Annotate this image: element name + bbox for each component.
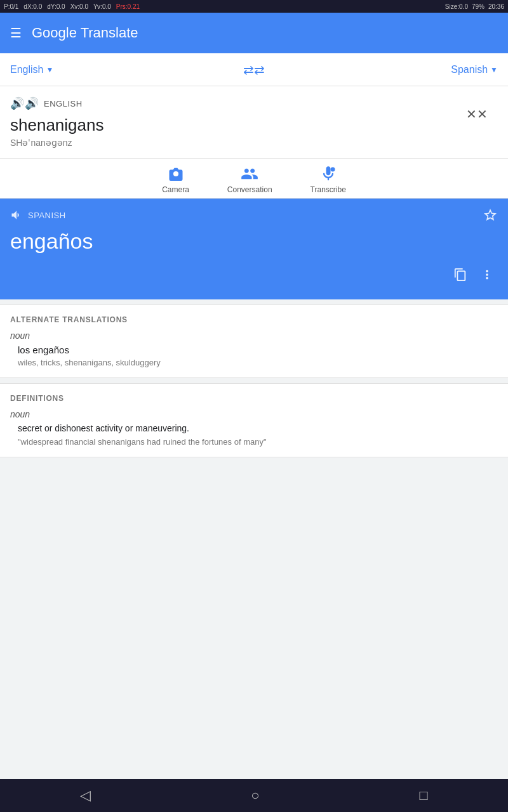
conversation-label: Conversation: [227, 185, 272, 194]
transcribe-button[interactable]: Transcribe: [311, 165, 346, 194]
bottom-nav: ◁ ○ □: [0, 779, 508, 812]
status-dx: dX:0.0: [23, 3, 42, 10]
more-options-button[interactable]: [476, 264, 498, 289]
app-title: Google Translate: [32, 25, 138, 41]
definition-example: "widespread financial shenanigans had ru…: [18, 437, 498, 447]
toolbar: Camera Conversation Transcribe: [0, 159, 508, 199]
status-time: 20:36: [488, 3, 504, 10]
lang-bar: English ▼ ⇄ Spanish ▼: [0, 53, 508, 86]
app-bar: Google Translate: [0, 13, 508, 53]
alt-translation-main: los engaños: [18, 344, 498, 355]
source-lang-label: English: [10, 64, 43, 75]
copy-icon: [453, 268, 467, 282]
clear-input-button[interactable]: ✕: [466, 107, 488, 122]
definitions-section: DEFINITIONS noun secret or dishonest act…: [0, 383, 508, 457]
alternate-translations-title: ALTERNATE TRANSLATIONS: [10, 315, 498, 324]
input-phonetic: SHəˈnanəɡənz: [10, 138, 498, 148]
back-button[interactable]: ◁: [65, 782, 106, 809]
input-sound-icon[interactable]: 🔊: [10, 96, 39, 110]
status-p: P:0/1: [4, 3, 18, 10]
status-battery: 79%: [472, 3, 485, 10]
recent-apps-button[interactable]: □: [404, 782, 443, 809]
alternate-translations-section: ALTERNATE TRANSLATIONS noun los engaños …: [0, 304, 508, 378]
app-title-google: Google: [32, 25, 77, 41]
star-icon: [483, 207, 498, 223]
camera-icon: [167, 165, 185, 183]
transcribe-icon: [319, 165, 337, 183]
alt-main-text: los engaños: [18, 344, 69, 355]
definitions-title: DEFINITIONS: [10, 394, 498, 403]
input-area: 🔊 ENGLISH shenanigans SHəˈnanəɡənz ✕: [0, 86, 508, 159]
alt-translation-alts: wiles, tricks, shenanigans, skulduggery: [18, 358, 498, 367]
translation-area: SPANISH engaños: [0, 199, 508, 299]
app-title-translate: Translate: [77, 25, 138, 41]
input-lang-label: 🔊 ENGLISH: [10, 96, 498, 110]
target-lang-label: Spanish: [451, 64, 488, 75]
conversation-icon: [241, 165, 258, 183]
translation-lang-label: SPANISH: [10, 209, 498, 221]
conversation-button[interactable]: Conversation: [227, 165, 272, 194]
home-button[interactable]: ○: [236, 782, 274, 809]
def-noun-label: noun: [10, 409, 498, 419]
source-lang-button[interactable]: English ▼: [10, 64, 233, 75]
input-wrapper: 🔊 ENGLISH shenanigans SHəˈnanəɡənz ✕: [10, 96, 498, 148]
camera-label: Camera: [162, 185, 189, 194]
input-text[interactable]: shenanigans: [10, 115, 498, 135]
status-xv: Xv:0.0: [70, 3, 88, 10]
status-size: Size:0.0: [445, 3, 468, 10]
swap-languages-button[interactable]: ⇄: [233, 62, 275, 77]
status-yv: Yv:0.0: [93, 3, 111, 10]
camera-button[interactable]: Camera: [162, 165, 189, 194]
translation-lang-text: SPANISH: [28, 211, 66, 220]
status-dy: dY:0.0: [47, 3, 65, 10]
menu-button[interactable]: [10, 25, 22, 41]
more-icon: [480, 268, 494, 282]
status-bar-right: Size:0.0 79% 20:36: [445, 3, 504, 10]
translation-text: engaños: [10, 229, 498, 254]
target-lang-button[interactable]: Spanish ▼: [275, 64, 498, 75]
status-bar: P:0/1 dX:0.0 dY:0.0 Xv:0.0 Yv:0.0 Prs:0.…: [0, 0, 508, 13]
translation-actions: [10, 264, 498, 289]
target-lang-chevron-icon: ▼: [490, 65, 498, 74]
svg-point-0: [330, 167, 335, 172]
status-bar-left: P:0/1 dX:0.0 dY:0.0 Xv:0.0 Yv:0.0 Prs:0.…: [4, 3, 140, 10]
source-lang-chevron-icon: ▼: [46, 65, 53, 74]
definition-text: secret or dishonest activity or maneuver…: [18, 423, 498, 433]
input-lang-text: ENGLISH: [44, 99, 83, 108]
save-translation-button[interactable]: [483, 207, 498, 226]
transcribe-label: Transcribe: [311, 185, 346, 194]
alt-noun-label: noun: [10, 331, 498, 341]
copy-translation-button[interactable]: [450, 264, 471, 289]
translation-sound-icon[interactable]: [10, 209, 23, 221]
status-prs: Prs:0.21: [116, 3, 140, 10]
